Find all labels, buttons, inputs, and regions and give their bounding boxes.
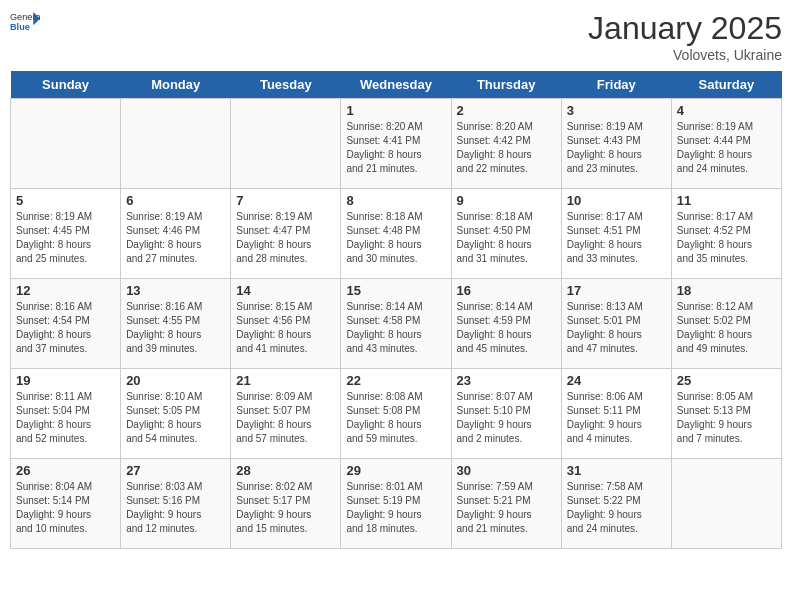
calendar-table: SundayMondayTuesdayWednesdayThursdayFrid…	[10, 71, 782, 549]
date-number: 7	[236, 193, 335, 208]
title-block: January 2025 Volovets, Ukraine	[588, 10, 782, 63]
cell-info: Sunrise: 8:17 AM Sunset: 4:51 PM Dayligh…	[567, 210, 666, 266]
calendar-cell: 13Sunrise: 8:16 AM Sunset: 4:55 PM Dayli…	[121, 279, 231, 369]
day-header-saturday: Saturday	[671, 71, 781, 99]
date-number: 19	[16, 373, 115, 388]
week-row-4: 19Sunrise: 8:11 AM Sunset: 5:04 PM Dayli…	[11, 369, 782, 459]
calendar-cell: 24Sunrise: 8:06 AM Sunset: 5:11 PM Dayli…	[561, 369, 671, 459]
calendar-cell: 23Sunrise: 8:07 AM Sunset: 5:10 PM Dayli…	[451, 369, 561, 459]
date-number: 4	[677, 103, 776, 118]
date-number: 27	[126, 463, 225, 478]
day-header-thursday: Thursday	[451, 71, 561, 99]
calendar-cell	[11, 99, 121, 189]
date-number: 16	[457, 283, 556, 298]
calendar-cell: 29Sunrise: 8:01 AM Sunset: 5:19 PM Dayli…	[341, 459, 451, 549]
cell-info: Sunrise: 8:16 AM Sunset: 4:55 PM Dayligh…	[126, 300, 225, 356]
day-header-monday: Monday	[121, 71, 231, 99]
date-number: 25	[677, 373, 776, 388]
cell-info: Sunrise: 7:58 AM Sunset: 5:22 PM Dayligh…	[567, 480, 666, 536]
week-row-1: 1Sunrise: 8:20 AM Sunset: 4:41 PM Daylig…	[11, 99, 782, 189]
date-number: 29	[346, 463, 445, 478]
calendar-cell: 10Sunrise: 8:17 AM Sunset: 4:51 PM Dayli…	[561, 189, 671, 279]
calendar-cell: 27Sunrise: 8:03 AM Sunset: 5:16 PM Dayli…	[121, 459, 231, 549]
day-header-wednesday: Wednesday	[341, 71, 451, 99]
date-number: 22	[346, 373, 445, 388]
cell-info: Sunrise: 8:11 AM Sunset: 5:04 PM Dayligh…	[16, 390, 115, 446]
calendar-cell: 4Sunrise: 8:19 AM Sunset: 4:44 PM Daylig…	[671, 99, 781, 189]
date-number: 6	[126, 193, 225, 208]
calendar-title: January 2025	[588, 10, 782, 47]
calendar-cell: 26Sunrise: 8:04 AM Sunset: 5:14 PM Dayli…	[11, 459, 121, 549]
cell-info: Sunrise: 8:03 AM Sunset: 5:16 PM Dayligh…	[126, 480, 225, 536]
date-number: 9	[457, 193, 556, 208]
cell-info: Sunrise: 8:09 AM Sunset: 5:07 PM Dayligh…	[236, 390, 335, 446]
cell-info: Sunrise: 8:19 AM Sunset: 4:47 PM Dayligh…	[236, 210, 335, 266]
calendar-cell: 1Sunrise: 8:20 AM Sunset: 4:41 PM Daylig…	[341, 99, 451, 189]
calendar-cell: 9Sunrise: 8:18 AM Sunset: 4:50 PM Daylig…	[451, 189, 561, 279]
date-number: 11	[677, 193, 776, 208]
calendar-cell: 31Sunrise: 7:58 AM Sunset: 5:22 PM Dayli…	[561, 459, 671, 549]
cell-info: Sunrise: 8:14 AM Sunset: 4:58 PM Dayligh…	[346, 300, 445, 356]
logo-icon: General Blue	[10, 10, 40, 34]
cell-info: Sunrise: 8:20 AM Sunset: 4:41 PM Dayligh…	[346, 120, 445, 176]
day-header-tuesday: Tuesday	[231, 71, 341, 99]
cell-info: Sunrise: 8:04 AM Sunset: 5:14 PM Dayligh…	[16, 480, 115, 536]
calendar-cell: 8Sunrise: 8:18 AM Sunset: 4:48 PM Daylig…	[341, 189, 451, 279]
cell-info: Sunrise: 8:18 AM Sunset: 4:50 PM Dayligh…	[457, 210, 556, 266]
cell-info: Sunrise: 8:16 AM Sunset: 4:54 PM Dayligh…	[16, 300, 115, 356]
cell-info: Sunrise: 8:02 AM Sunset: 5:17 PM Dayligh…	[236, 480, 335, 536]
date-number: 1	[346, 103, 445, 118]
date-number: 13	[126, 283, 225, 298]
cell-info: Sunrise: 8:15 AM Sunset: 4:56 PM Dayligh…	[236, 300, 335, 356]
date-number: 28	[236, 463, 335, 478]
calendar-cell: 21Sunrise: 8:09 AM Sunset: 5:07 PM Dayli…	[231, 369, 341, 459]
cell-info: Sunrise: 8:06 AM Sunset: 5:11 PM Dayligh…	[567, 390, 666, 446]
date-number: 30	[457, 463, 556, 478]
date-number: 12	[16, 283, 115, 298]
cell-info: Sunrise: 8:19 AM Sunset: 4:46 PM Dayligh…	[126, 210, 225, 266]
date-number: 18	[677, 283, 776, 298]
calendar-cell: 14Sunrise: 8:15 AM Sunset: 4:56 PM Dayli…	[231, 279, 341, 369]
cell-info: Sunrise: 7:59 AM Sunset: 5:21 PM Dayligh…	[457, 480, 556, 536]
cell-info: Sunrise: 8:19 AM Sunset: 4:45 PM Dayligh…	[16, 210, 115, 266]
day-header-sunday: Sunday	[11, 71, 121, 99]
calendar-subtitle: Volovets, Ukraine	[588, 47, 782, 63]
day-header-friday: Friday	[561, 71, 671, 99]
date-number: 15	[346, 283, 445, 298]
date-number: 8	[346, 193, 445, 208]
cell-info: Sunrise: 8:08 AM Sunset: 5:08 PM Dayligh…	[346, 390, 445, 446]
calendar-cell: 30Sunrise: 7:59 AM Sunset: 5:21 PM Dayli…	[451, 459, 561, 549]
logo: General Blue	[10, 10, 40, 34]
cell-info: Sunrise: 8:05 AM Sunset: 5:13 PM Dayligh…	[677, 390, 776, 446]
date-number: 21	[236, 373, 335, 388]
cell-info: Sunrise: 8:19 AM Sunset: 4:44 PM Dayligh…	[677, 120, 776, 176]
date-number: 31	[567, 463, 666, 478]
calendar-cell: 28Sunrise: 8:02 AM Sunset: 5:17 PM Dayli…	[231, 459, 341, 549]
cell-info: Sunrise: 8:17 AM Sunset: 4:52 PM Dayligh…	[677, 210, 776, 266]
page-header: General Blue January 2025 Volovets, Ukra…	[10, 10, 782, 63]
cell-info: Sunrise: 8:18 AM Sunset: 4:48 PM Dayligh…	[346, 210, 445, 266]
calendar-cell	[671, 459, 781, 549]
calendar-cell: 12Sunrise: 8:16 AM Sunset: 4:54 PM Dayli…	[11, 279, 121, 369]
date-number: 14	[236, 283, 335, 298]
calendar-cell: 6Sunrise: 8:19 AM Sunset: 4:46 PM Daylig…	[121, 189, 231, 279]
cell-info: Sunrise: 8:13 AM Sunset: 5:01 PM Dayligh…	[567, 300, 666, 356]
date-number: 17	[567, 283, 666, 298]
calendar-cell: 16Sunrise: 8:14 AM Sunset: 4:59 PM Dayli…	[451, 279, 561, 369]
cell-info: Sunrise: 8:14 AM Sunset: 4:59 PM Dayligh…	[457, 300, 556, 356]
date-number: 24	[567, 373, 666, 388]
calendar-cell: 20Sunrise: 8:10 AM Sunset: 5:05 PM Dayli…	[121, 369, 231, 459]
calendar-cell: 2Sunrise: 8:20 AM Sunset: 4:42 PM Daylig…	[451, 99, 561, 189]
calendar-cell: 7Sunrise: 8:19 AM Sunset: 4:47 PM Daylig…	[231, 189, 341, 279]
calendar-cell: 11Sunrise: 8:17 AM Sunset: 4:52 PM Dayli…	[671, 189, 781, 279]
calendar-cell: 5Sunrise: 8:19 AM Sunset: 4:45 PM Daylig…	[11, 189, 121, 279]
date-number: 2	[457, 103, 556, 118]
day-headers-row: SundayMondayTuesdayWednesdayThursdayFrid…	[11, 71, 782, 99]
calendar-cell	[231, 99, 341, 189]
calendar-cell: 15Sunrise: 8:14 AM Sunset: 4:58 PM Dayli…	[341, 279, 451, 369]
cell-info: Sunrise: 8:07 AM Sunset: 5:10 PM Dayligh…	[457, 390, 556, 446]
calendar-cell: 18Sunrise: 8:12 AM Sunset: 5:02 PM Dayli…	[671, 279, 781, 369]
date-number: 20	[126, 373, 225, 388]
cell-info: Sunrise: 8:19 AM Sunset: 4:43 PM Dayligh…	[567, 120, 666, 176]
cell-info: Sunrise: 8:10 AM Sunset: 5:05 PM Dayligh…	[126, 390, 225, 446]
